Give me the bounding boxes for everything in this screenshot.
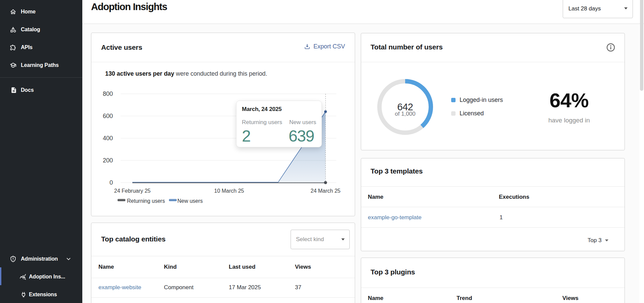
svg-text:600: 600 — [103, 113, 113, 119]
svg-text:New users: New users — [177, 198, 203, 204]
svg-text:800: 800 — [103, 90, 113, 97]
svg-text:24 February 25: 24 February 25 — [114, 188, 151, 194]
svg-text:200: 200 — [103, 157, 113, 164]
svg-text:24 March 25: 24 March 25 — [311, 188, 341, 194]
svg-text:400: 400 — [103, 135, 113, 142]
svg-text:10 March 25: 10 March 25 — [214, 188, 244, 194]
svg-text:0: 0 — [110, 179, 113, 186]
svg-text:Returning users: Returning users — [127, 198, 165, 204]
